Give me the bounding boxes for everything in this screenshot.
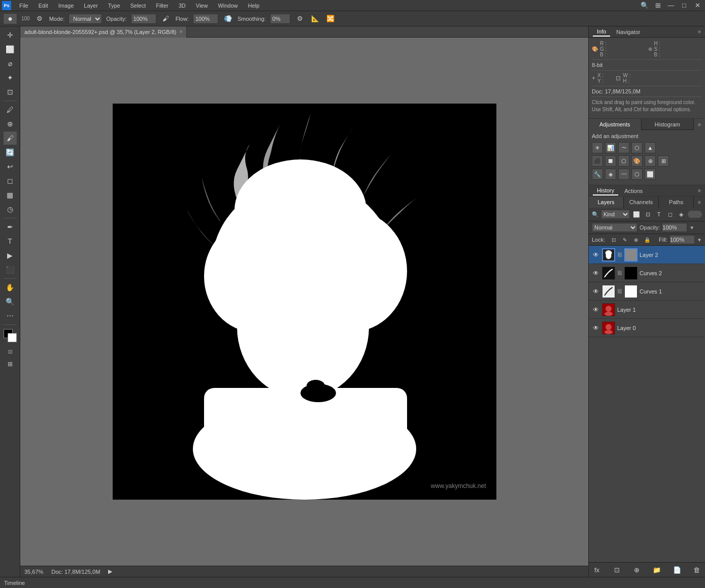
menu-window[interactable]: Window (216, 2, 240, 10)
hand-tool[interactable]: ✋ (4, 281, 17, 294)
tab-paths[interactable]: Paths (659, 197, 694, 208)
minimize-button[interactable]: — (665, 0, 677, 11)
layer-delete-btn[interactable]: 🗑 (692, 565, 702, 575)
layer1-visibility[interactable]: 👁 (592, 306, 600, 314)
adj-photo-filter-btn[interactable]: 🎨 (631, 155, 643, 167)
menu-edit[interactable]: Edit (37, 2, 50, 10)
lock-pixels-btn[interactable]: ⊡ (609, 235, 618, 244)
adj-levels-btn[interactable]: 📊 (605, 142, 616, 153)
curves2-visibility[interactable]: 👁 (592, 269, 600, 277)
zoom-tool[interactable]: 🔍 (4, 295, 17, 308)
menu-select[interactable]: Select (128, 2, 148, 10)
pressure-icon[interactable]: 📐 (310, 13, 321, 24)
layers-filter-select[interactable]: Kind (601, 210, 630, 219)
layer-fx-btn[interactable]: fx (592, 565, 602, 575)
tab-histogram[interactable]: Histogram (642, 119, 694, 130)
history-brush-tool[interactable]: ↩ (4, 160, 17, 173)
background-color[interactable] (8, 333, 17, 342)
arrange-button[interactable]: ⊞ (652, 0, 663, 11)
filter-toggle-btn[interactable]: ● (688, 211, 702, 218)
opacity-input[interactable] (131, 14, 156, 24)
clone-tool[interactable]: 🔄 (4, 146, 17, 159)
lock-all-btn[interactable]: 🔒 (643, 235, 652, 244)
info-panel-collapse[interactable]: ≡ (698, 29, 701, 35)
marquee-tool[interactable]: ⬜ (4, 43, 17, 56)
layer-item-layer0[interactable]: 👁 Layer 0 (589, 319, 705, 337)
filter-smart-btn[interactable]: ◈ (677, 210, 686, 219)
opacity-input[interactable] (662, 223, 687, 232)
adj-hsl-btn[interactable]: ⬛ (592, 155, 603, 167)
gradient-tool[interactable]: ▦ (4, 188, 17, 202)
type-tool[interactable]: T (4, 235, 17, 248)
menu-help[interactable]: Help (246, 2, 262, 10)
curves1-visibility[interactable]: 👁 (592, 287, 600, 296)
move-tool[interactable]: ✛ (4, 28, 17, 42)
adj-selective-btn[interactable]: ⬜ (645, 169, 656, 180)
tab-history[interactable]: History (593, 186, 618, 195)
layer0-visibility[interactable]: 👁 (592, 324, 600, 332)
tab-info[interactable]: Info (593, 27, 610, 37)
layer-item-curves1[interactable]: 👁 ⛓ Curves 1 (589, 282, 705, 301)
layer-item-curves2[interactable]: 👁 ⛓ Curves 2 (589, 264, 705, 282)
magic-wand-tool[interactable]: ✦ (4, 71, 17, 84)
menu-filter[interactable]: Filter (154, 2, 170, 10)
color-swatches[interactable] (4, 329, 17, 342)
adj-balance-btn[interactable]: 🔲 (605, 155, 616, 167)
spot-heal-tool[interactable]: ⊕ (4, 117, 17, 130)
layer-item-layer2[interactable]: 👁 ⛓ Layer 2 (589, 246, 705, 264)
adj-bw-btn[interactable]: ⬡ (618, 155, 629, 167)
adj-mixer-btn[interactable]: ⊕ (645, 155, 656, 167)
menu-view[interactable]: View (194, 2, 210, 10)
eyedropper-tool[interactable]: 🖊 (4, 103, 17, 116)
filter-shape-btn[interactable]: ◻ (665, 210, 675, 219)
mode-select[interactable]: Normal (69, 14, 102, 24)
adj-gradient-map-btn[interactable]: ⬡ (631, 169, 643, 180)
crop-tool[interactable]: ⊡ (4, 85, 17, 99)
layer-adj-btn[interactable]: ⊕ (632, 565, 642, 575)
tab-adjustments[interactable]: Adjustments (589, 119, 642, 130)
airbrush-icon[interactable]: 💨 (222, 13, 233, 24)
eraser-tool[interactable]: ◻ (4, 174, 17, 187)
adj-invert-btn[interactable]: 🔧 (592, 169, 603, 180)
adj-posterize-btn[interactable]: ◈ (605, 169, 616, 180)
fill-dropdown-icon[interactable]: ▼ (697, 237, 702, 243)
screen-mode-btn[interactable]: ⊞ (4, 357, 17, 371)
filter-adj-btn[interactable]: ⊡ (643, 210, 652, 219)
lock-position-btn[interactable]: ✎ (620, 235, 629, 244)
tab-layers[interactable]: Layers (589, 197, 624, 208)
tab-navigator[interactable]: Navigator (612, 28, 644, 36)
adj-curves-btn[interactable]: 〜 (618, 142, 629, 153)
layer-new-btn[interactable]: 📄 (672, 565, 682, 575)
filter-type-btn[interactable]: T (654, 210, 663, 219)
opacity-icon[interactable]: 🖌 (160, 13, 172, 24)
menu-file[interactable]: File (17, 2, 30, 10)
menu-layer[interactable]: Layer (82, 2, 100, 10)
adjustments-collapse[interactable]: ≡ (694, 119, 705, 130)
tab-actions[interactable]: Actions (620, 187, 647, 195)
layers-panel-collapse[interactable]: ≡ (694, 197, 705, 208)
lasso-tool[interactable]: ⌀ (4, 57, 17, 70)
adj-brightness-btn[interactable]: ☀ (592, 142, 603, 153)
opacity-dropdown-icon[interactable]: ▼ (689, 225, 694, 231)
tab-channels[interactable]: Channels (624, 197, 659, 208)
smoothing-settings[interactable]: ⚙ (294, 13, 306, 24)
flow-input[interactable] (193, 14, 218, 24)
adj-threshold-btn[interactable]: 〰 (618, 169, 629, 180)
file-tab[interactable]: adult-blond-blonde-2055592+.psd @ 35,7% … (20, 26, 187, 38)
smoothing-input[interactable] (270, 14, 290, 24)
quick-mask-btn[interactable]: ⊡ (3, 346, 17, 356)
history-panel-collapse[interactable]: ≡ (698, 188, 701, 193)
menu-3d[interactable]: 3D (177, 2, 188, 10)
status-nav-arrow[interactable]: ▶ (108, 568, 112, 575)
pen-tool[interactable]: ✒ (4, 220, 17, 234)
brush-preview[interactable]: ● (3, 13, 17, 24)
main-canvas[interactable]: www.yakymchuk.net (113, 104, 496, 500)
shape-tool[interactable]: ⬛ (4, 263, 17, 276)
brush-settings-button[interactable]: ⚙ (34, 13, 45, 24)
maximize-button[interactable]: □ (679, 0, 690, 11)
layer-mask-btn[interactable]: ⊡ (612, 565, 622, 575)
menu-image[interactable]: Image (56, 2, 76, 10)
adj-exposure-btn[interactable]: ⬡ (631, 142, 643, 153)
fill-input[interactable] (669, 235, 695, 244)
layer-group-btn[interactable]: 📁 (652, 565, 662, 575)
